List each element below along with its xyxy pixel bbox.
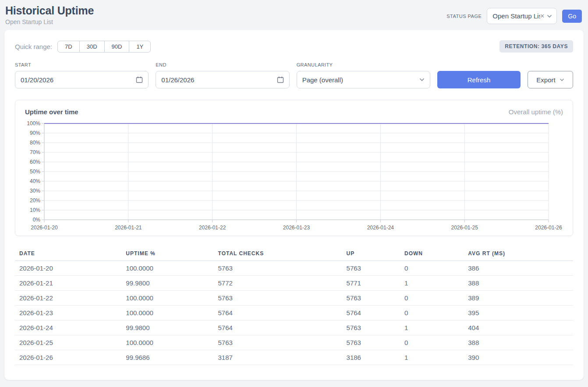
calendar-icon [277, 76, 284, 83]
export-button[interactable]: Export [528, 71, 573, 88]
status-page-value: Open Startup List [492, 12, 540, 20]
calendar-icon [136, 76, 143, 83]
svg-text:100%: 100% [27, 120, 40, 127]
granularity-label: GRANULARITY [297, 62, 430, 67]
end-label: END [156, 62, 289, 67]
retention-badge: RETENTION: 365 DAYS [499, 40, 573, 53]
page-subtitle: Open Startup List [5, 18, 94, 25]
chevron-down-icon [419, 78, 425, 81]
status-page-label: STATUS PAGE [446, 14, 482, 19]
export-label: Export [536, 76, 555, 84]
chevron-down-icon [560, 78, 564, 81]
clear-icon[interactable]: × [540, 12, 544, 20]
quick-range-7d-button[interactable]: 7D [57, 41, 80, 53]
svg-text:2026-01-21: 2026-01-21 [115, 225, 142, 231]
svg-text:70%: 70% [30, 149, 40, 155]
svg-text:2026-01-20: 2026-01-20 [31, 225, 58, 231]
svg-text:0%: 0% [33, 217, 41, 223]
start-label: START [15, 62, 149, 67]
start-date-input[interactable]: 01/20/2026 [15, 71, 149, 88]
start-date-value: 01/20/2026 [21, 76, 53, 84]
svg-text:2026-01-23: 2026-01-23 [283, 225, 310, 231]
quick-range-90d-button[interactable]: 90D [104, 41, 130, 53]
quick-range-30d-button[interactable]: 30D [79, 41, 105, 53]
svg-text:90%: 90% [30, 130, 40, 136]
column-header: DATE [15, 246, 121, 261]
table-row: 2026-01-2699.9686318731861390 [15, 350, 573, 365]
uptime-chart: 0%10%20%30%40%50%60%70%80%90%100%2026-01… [25, 119, 562, 232]
quick-range-group: 7D30D90D1Y [57, 41, 151, 53]
title-block: Historical Uptime Open Startup List [5, 4, 94, 25]
svg-text:10%: 10% [30, 207, 40, 213]
svg-text:60%: 60% [30, 159, 40, 165]
filter-controls-row: START 01/20/2026 END 01/26/2026 [15, 62, 573, 88]
svg-text:20%: 20% [30, 197, 40, 204]
page-header: Historical Uptime Open Startup List STAT… [0, 0, 588, 30]
chevron-down-icon [547, 14, 552, 18]
granularity-select[interactable]: Page (overall) [297, 71, 430, 88]
svg-text:80%: 80% [30, 140, 40, 146]
table-row: 2026-01-20100.0000576357630386 [15, 261, 573, 276]
svg-text:2026-01-26: 2026-01-26 [535, 225, 562, 231]
svg-text:30%: 30% [30, 188, 40, 194]
table-row: 2026-01-2499.9800576457631404 [15, 320, 573, 335]
svg-text:50%: 50% [30, 169, 40, 175]
header-controls: STATUS PAGE Open Startup List × Go [446, 8, 582, 24]
status-page-select[interactable]: Open Startup List × [487, 8, 557, 24]
end-date-value: 01/26/2026 [161, 76, 194, 84]
table-row: 2026-01-25100.0000576357630388 [15, 335, 573, 350]
column-header: DOWN [400, 246, 464, 261]
table-row: 2026-01-22100.0000576357630389 [15, 291, 573, 306]
main-panel: Quick range: 7D30D90D1Y RETENTION: 365 D… [4, 30, 584, 380]
end-date-input[interactable]: 01/26/2026 [156, 71, 289, 88]
granularity-value: Page (overall) [302, 76, 343, 84]
table-header-row: DATEUPTIME %TOTAL CHECKSUPDOWNAVG RT (MS… [15, 246, 573, 261]
svg-text:40%: 40% [30, 178, 40, 184]
page-title: Historical Uptime [5, 4, 94, 17]
table-body: 2026-01-20100.00005763576303862026-01-21… [15, 261, 573, 365]
refresh-button[interactable]: Refresh [437, 71, 521, 88]
svg-text:2026-01-24: 2026-01-24 [367, 225, 394, 231]
svg-text:2026-01-25: 2026-01-25 [451, 225, 478, 231]
chart-legend: Overall uptime (%) [509, 108, 563, 116]
column-header: TOTAL CHECKS [214, 246, 342, 261]
go-button[interactable]: Go [562, 10, 582, 23]
quick-range-label: Quick range: [15, 43, 52, 50]
table-row: 2026-01-23100.0000576457640395 [15, 306, 573, 320]
column-header: UP [342, 246, 400, 261]
table-row: 2026-01-2199.9800577257711388 [15, 276, 573, 291]
quick-range-1y-button[interactable]: 1Y [129, 41, 151, 53]
quick-range-row: Quick range: 7D30D90D1Y RETENTION: 365 D… [15, 40, 573, 53]
column-header: AVG RT (MS) [464, 246, 573, 261]
column-header: UPTIME % [121, 246, 213, 261]
uptime-table: DATEUPTIME %TOTAL CHECKSUPDOWNAVG RT (MS… [15, 246, 573, 365]
svg-text:2026-01-22: 2026-01-22 [199, 225, 226, 231]
uptime-chart-card: Uptime over time Overall uptime (%) 0%10… [15, 100, 573, 236]
chart-title: Uptime over time [25, 108, 78, 116]
